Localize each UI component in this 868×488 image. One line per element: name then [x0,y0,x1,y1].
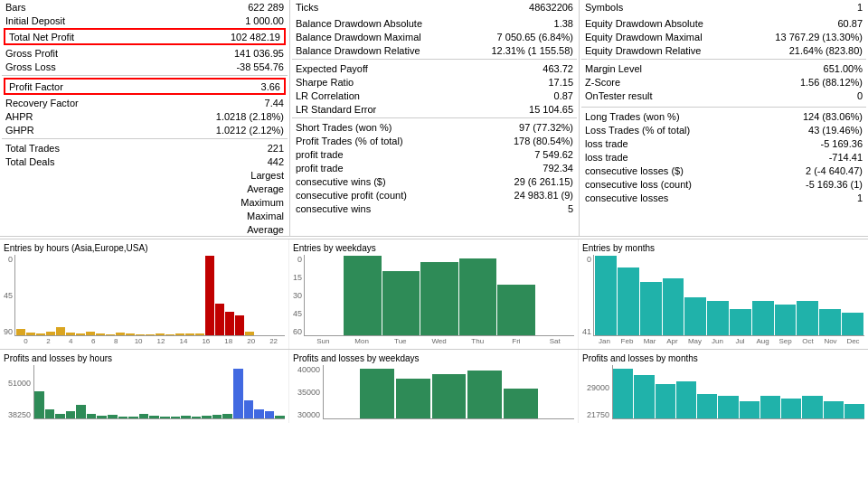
y-label-0-3: 0 [582,255,591,264]
bar [684,297,706,335]
ghpr-label: GHPR [5,125,193,136]
bar [56,327,65,335]
entries-hours-chart-right: 0246810121416182022 [14,255,285,345]
pnl-y-38250: 38250 [4,410,31,419]
x-label: Jun [706,337,729,345]
expected-payoff-row: Expected Payoff 463.72 [292,61,577,75]
x-label: 22 [262,337,285,345]
stats-col-3: Symbols 1 Equity Drawdown Absolute 60.87… [579,0,868,236]
avg-loss-row: loss trade -714.41 [581,150,866,164]
z-score-label: Z-Score [585,77,772,88]
balance-dd-max-value: 7 050.65 (6.84%) [483,32,573,42]
bar [66,411,76,418]
bar [46,332,55,335]
gross-loss-value: -38 554.76 [193,61,284,72]
ghpr-value: 1.0212 (2.12%) [193,125,284,136]
symbols-row: Symbols 1 [581,0,866,14]
profit-trades-row: Profit Trades (% of total) 178 (80.54%) [292,134,577,147]
entries-months-chart: Entries by months 41 0 JanFebMarAprMayJu… [579,239,868,349]
bars-value: 622 289 [193,2,284,13]
bar [225,312,234,335]
symbols-value: 1 [772,2,863,13]
largest-label-row: Largest [2,168,288,182]
balance-dd-abs-label: Balance Drawdown Absolute [296,18,483,29]
x-label: Mar [638,337,661,345]
max-consec-losses-value: 2 (-4 640.47) [772,165,863,176]
weekdays-x-labels: SunMonTueWedThuFriSat [304,337,574,345]
sharpe-value: 17.15 [483,77,573,88]
max-consec-loss-count-row: consecutive loss (count) -5 169.36 (1) [581,177,866,191]
bar [640,282,662,335]
total-deals-label: Total Deals [5,156,193,167]
bar [235,315,244,335]
equity-dd-abs-row: Equity Drawdown Absolute 60.87 [581,16,866,30]
initial-deposit-row: Initial Deposit 1 000.00 [2,14,288,27]
largest-loss-row: loss trade -5 169.36 [581,136,866,150]
largest-loss-label: loss trade [585,138,772,149]
x-label: Jan [593,337,616,345]
x-label: Nov [819,337,842,345]
x-label: Thu [458,337,497,345]
bar [634,375,654,418]
profit-factor-row: Profit Factor 3.66 [5,80,284,93]
max-consec-losses-row: consecutive losses ($) 2 (-4 640.47) [581,164,866,177]
y-label-45: 45 [4,291,13,300]
y-label-60: 60 [293,327,302,336]
x-label: Dec [842,337,864,345]
max-consec-losses-label: consecutive losses ($) [585,165,772,176]
profit-factor-label: Profit Factor [9,81,190,92]
long-trades-value: 124 (83.06%) [772,111,863,122]
bar [760,396,780,418]
total-net-profit-box: Total Net Profit 102 482.19 [4,28,286,45]
equity-dd-abs-value: 60.87 [772,18,863,29]
total-trades-row: Total Trades 221 [2,141,288,155]
x-label: Apr [661,337,684,345]
ghpr-row: GHPR 1.0212 (2.12%) [2,123,288,136]
pnl-weekdays-title: Profits and losses by weekdays [293,353,574,363]
avg-consec-losses-label: consecutive losses [585,192,772,203]
x-label: Oct [797,337,819,345]
bar [222,414,232,418]
pnl-weekdays-bars [323,365,574,419]
x-label: Mon [343,337,382,345]
lr-std-label: LR Standard Error [296,104,483,115]
bar [175,333,184,335]
x-label: 0 [14,337,37,345]
bar [86,332,95,335]
bar [730,309,751,335]
entries-weekdays-axes: 60 45 30 15 0 SunMonTueWedThuFriSat [293,255,574,345]
lr-corr-row: LR Correlation 0.87 [292,89,577,102]
max-consec-profit-value: 24 983.81 (9) [483,190,573,201]
x-label: Fri [497,337,536,345]
bar [676,381,696,418]
gross-profit-value: 141 036.95 [193,48,284,59]
maximal-label-row: Maximal [2,209,288,222]
bar [504,389,538,418]
equity-dd-rel-row: Equity Drawdown Relative 21.64% (823.80) [581,43,866,57]
bar [185,333,194,335]
short-trades-row: Short Trades (won %) 97 (77.32%) [292,120,577,134]
spacer-row3 [581,102,866,105]
loss-trades-row: Loss Trades (% of total) 43 (19.46%) [581,123,866,136]
x-label: Feb [616,337,638,345]
bar [97,416,107,418]
x-label: 14 [172,337,194,345]
margin-level-row: Margin Level 651.00% [581,61,866,75]
largest-profit-value: 7 549.62 [483,149,573,160]
bar [139,414,149,418]
avg-profit-row: profit trade 792.34 [292,161,577,174]
hours-bar-chart [14,255,285,336]
average2-label-row: Average [2,222,288,236]
bottom-charts-section: Profits and losses by hours 51000 38250 … [0,349,868,423]
bar [245,332,254,335]
balance-dd-abs-row: Balance Drawdown Absolute 1.38 [292,16,577,30]
bar [118,417,128,418]
total-net-profit-value: 102 482.19 [190,32,280,42]
bar [752,301,774,335]
maximal-label: Maximal [5,211,284,221]
bar [595,256,617,335]
bar [432,374,467,419]
entries-hours-y-axis: 90 45 0 [4,255,13,336]
avg-loss-label: loss trade [585,152,772,163]
total-net-profit-row: Total Net Profit 102 482.19 [5,30,284,43]
